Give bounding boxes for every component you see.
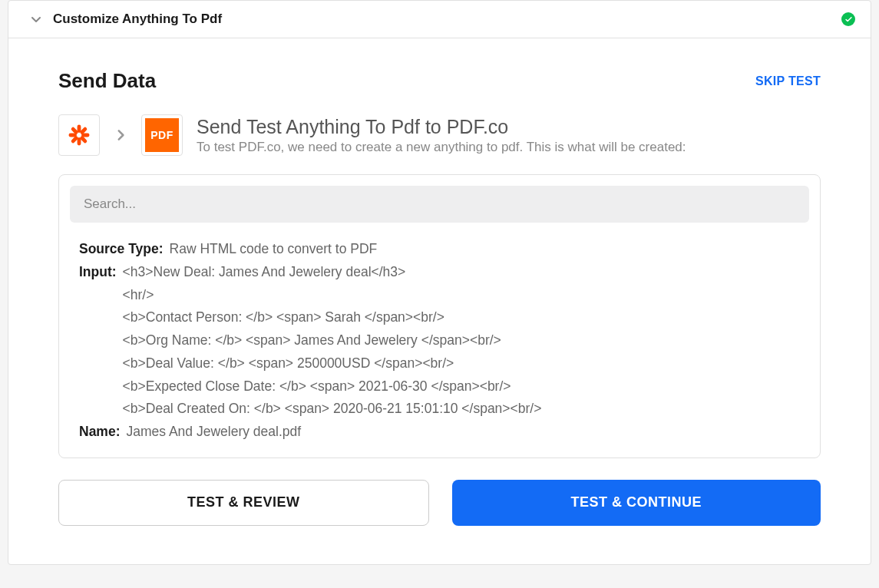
- input-line: <hr/>: [123, 284, 542, 307]
- source-app-icon: [58, 114, 100, 156]
- zapier-icon: [68, 124, 91, 147]
- panel-header[interactable]: Customize Anything To Pdf: [8, 1, 871, 38]
- source-type-value: Raw HTML code to convert to PDF: [170, 238, 378, 261]
- input-label: Input:: [79, 261, 117, 284]
- chevron-down-icon: [30, 13, 42, 25]
- section-title: Send Data: [58, 69, 156, 93]
- input-lines: <h3>New Deal: James And Jewelery deal</h…: [123, 261, 542, 421]
- flow-title: Send Test Anything To Pdf to PDF.co: [197, 116, 821, 138]
- section-header: Send Data SKIP TEST: [58, 69, 821, 93]
- source-type-label: Source Type:: [79, 238, 164, 261]
- source-type-row: Source Type: Raw HTML code to convert to…: [79, 238, 809, 261]
- panel-body: Send Data SKIP TEST PDF Send Test Anythi…: [8, 38, 871, 564]
- app-flow: PDF Send Test Anything To Pdf to PDF.co …: [58, 114, 821, 156]
- skip-test-link[interactable]: SKIP TEST: [755, 74, 821, 88]
- button-row: TEST & REVIEW TEST & CONTINUE: [58, 480, 821, 526]
- input-line: <b>Deal Value: </b> <span> 250000USD </s…: [123, 352, 542, 375]
- arrow-right-icon: [114, 128, 127, 142]
- input-row: Input: <h3>New Deal: James And Jewelery …: [79, 261, 809, 421]
- test-review-button[interactable]: TEST & REVIEW: [58, 480, 429, 526]
- test-continue-button[interactable]: TEST & CONTINUE: [452, 480, 821, 526]
- check-circle-icon: [841, 12, 855, 26]
- name-row: Name: James And Jewelery deal.pdf: [79, 421, 809, 444]
- input-line: <b>Contact Person: </b> <span> Sarah </s…: [123, 306, 542, 329]
- input-line: <h3>New Deal: James And Jewelery deal</h…: [123, 261, 542, 284]
- flow-text: Send Test Anything To Pdf to PDF.co To t…: [197, 116, 821, 155]
- panel-title: Customize Anything To Pdf: [53, 12, 841, 27]
- input-line: <b>Deal Created On: </b> <span> 2020-06-…: [123, 398, 542, 421]
- input-line: <b>Expected Close Date: </b> <span> 2021…: [123, 375, 542, 398]
- pdf-icon: PDF: [145, 118, 179, 152]
- search-input[interactable]: Search...: [70, 186, 809, 223]
- key-value-list: Source Type: Raw HTML code to convert to…: [70, 238, 809, 444]
- target-app-icon: PDF: [141, 114, 183, 156]
- flow-description: To test PDF.co, we need to create a new …: [197, 140, 821, 155]
- name-label: Name:: [79, 421, 121, 444]
- test-data-box: Search... Source Type: Raw HTML code to …: [58, 174, 821, 458]
- step-panel: Customize Anything To Pdf Send Data SKIP…: [8, 0, 871, 565]
- input-line: <b>Org Name: </b> <span> James And Jewel…: [123, 329, 542, 352]
- name-value: James And Jewelery deal.pdf: [127, 421, 302, 444]
